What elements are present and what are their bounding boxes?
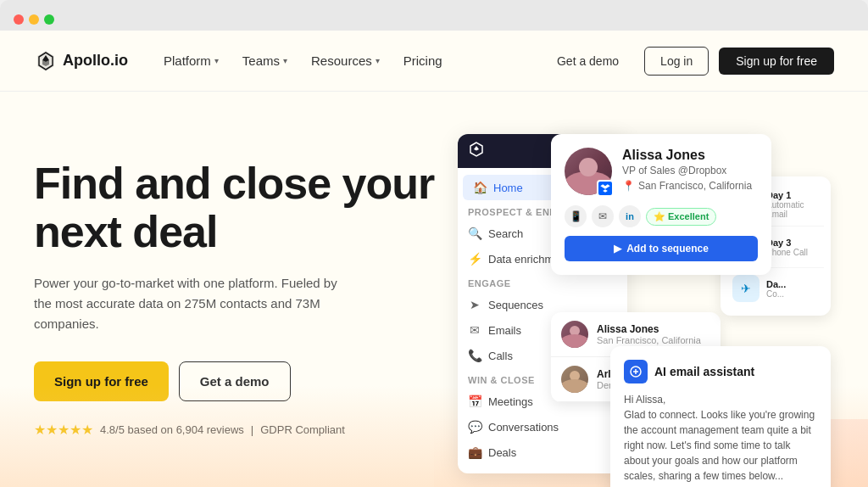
- get-demo-button[interactable]: Get a demo: [542, 48, 634, 75]
- logo-text: Apollo.io: [63, 52, 128, 70]
- rating-score: 4.8/5 based on 6,904 reviews: [100, 423, 244, 436]
- rating-divider: |: [251, 423, 253, 436]
- hero-section: Find and close your next deal Power your…: [0, 92, 868, 487]
- ai-panel-title: AI email assistant: [654, 365, 754, 378]
- profile-location: 📍 San Francisco, California: [622, 180, 752, 192]
- sidebar-emails-label: Emails: [488, 324, 521, 337]
- seq-day-2: Da...: [766, 279, 786, 289]
- apollo-logo-icon: [34, 49, 58, 73]
- hero-signup-button[interactable]: Sign up for free: [34, 361, 169, 401]
- dropbox-badge: [597, 180, 614, 197]
- enrichment-icon: ⚡: [468, 252, 481, 266]
- hero-rating: ★★★★★ 4.8/5 based on 6,904 reviews | GDP…: [34, 422, 441, 438]
- sequence-arrow-icon: ▶: [614, 243, 621, 255]
- quality-badge: ⭐ Excellent: [646, 208, 716, 226]
- browser-close-dot[interactable]: [14, 14, 24, 25]
- sidebar-search-label: Search: [488, 227, 523, 240]
- seq-type-2: Co...: [766, 289, 786, 299]
- rating-stars: ★★★★★: [34, 422, 93, 438]
- profile-top: Alissa Jones VP of Sales @Dropbox 📍 San …: [565, 148, 758, 195]
- sidebar-conversations-label: Conversations: [488, 421, 559, 434]
- nav-platform[interactable]: Platform ▾: [155, 48, 227, 73]
- star-icon: ⭐: [654, 211, 665, 222]
- nav-resources[interactable]: Resources ▾: [303, 48, 388, 73]
- hero-title: Find and close your next deal: [34, 160, 441, 256]
- app-logo-small: [468, 141, 485, 161]
- sidebar-item-deals[interactable]: 💼 Deals: [458, 439, 627, 465]
- deals-icon: 💼: [468, 445, 481, 459]
- browser-maximize-dot[interactable]: [44, 14, 54, 25]
- nav-teams[interactable]: Teams ▾: [234, 48, 296, 73]
- location-pin-icon: 📍: [622, 180, 635, 192]
- page: Apollo.io Platform ▾ Teams ▾ Resources ▾…: [0, 31, 868, 487]
- seq-type-1: Phone Call: [766, 248, 808, 257]
- login-button[interactable]: Log in: [644, 47, 709, 76]
- hero-right: ⊞ 🏠 Home Prospect & enrich 🔍 Search ⚡: [441, 143, 834, 487]
- ai-body-text: Glad to connect. Looks like you're growi…: [624, 409, 815, 482]
- signup-button[interactable]: Sign up for free: [719, 48, 834, 75]
- sidebar-item-conversations[interactable]: 💬 Conversations: [458, 414, 627, 439]
- seq-info-2: Da... Co...: [766, 279, 786, 299]
- nav-pricing[interactable]: Pricing: [395, 48, 451, 73]
- sidebar-section-tools: Tools & workflows: [458, 465, 627, 473]
- person-avatar-1: [561, 366, 588, 393]
- navbar: Apollo.io Platform ▾ Teams ▾ Resources ▾…: [0, 31, 868, 92]
- add-to-sequence-button[interactable]: ▶ Add to sequence: [565, 236, 758, 261]
- calls-icon: 📞: [468, 349, 481, 362]
- sidebar-home-label: Home: [493, 182, 523, 194]
- home-icon: 🏠: [473, 181, 487, 194]
- person-info-0: Alissa Jones San Francisco, California: [597, 323, 701, 345]
- person-name-0: Alissa Jones: [597, 323, 701, 335]
- logo[interactable]: Apollo.io: [34, 49, 128, 73]
- conversations-icon: 💬: [468, 420, 481, 434]
- profile-role: VP of Sales @Dropbox: [622, 165, 752, 176]
- meetings-icon: 📅: [468, 395, 481, 408]
- sidebar-deals-label: Deals: [488, 446, 516, 459]
- ai-greeting: Hi Alissa,: [624, 394, 665, 406]
- ai-panel-header: AI email assistant: [624, 360, 817, 383]
- person-avatar-0: [561, 321, 588, 348]
- hero-ctas: Sign up for free Get a demo: [34, 361, 441, 401]
- platform-chevron-icon: ▾: [214, 56, 219, 65]
- linkedin-badge[interactable]: in: [619, 205, 641, 227]
- seq-info-0: Day 1 Automatic Email: [766, 190, 819, 219]
- sidebar-sequences-label: Sequences: [488, 299, 543, 311]
- hero-left: Find and close your next deal Power your…: [34, 143, 441, 438]
- ai-email-panel: AI email assistant Hi Alissa, Glad to co…: [610, 346, 831, 487]
- seq-day-0: Day 1: [766, 190, 819, 200]
- search-icon: 🔍: [468, 227, 481, 240]
- profile-name: Alissa Jones: [622, 148, 752, 163]
- profile-card: Alissa Jones VP of Sales @Dropbox 📍 San …: [551, 134, 771, 275]
- nav-right: Get a demo Log in Sign up for free: [542, 47, 834, 76]
- seq-day-1: Day 3: [766, 238, 808, 248]
- hero-demo-button[interactable]: Get a demo: [179, 361, 291, 401]
- sidebar-meetings-label: Meetings: [488, 395, 533, 408]
- resources-chevron-icon: ▾: [376, 56, 380, 65]
- ai-icon: [624, 360, 648, 383]
- ai-panel-body: Hi Alissa, Glad to connect. Looks like y…: [624, 392, 817, 484]
- browser-minimize-dot[interactable]: [29, 14, 39, 25]
- phone-badge[interactable]: 📱: [565, 205, 587, 227]
- teams-chevron-icon: ▾: [283, 56, 287, 65]
- emails-icon: ✉: [468, 323, 481, 337]
- person-location-0: San Francisco, California: [597, 335, 701, 345]
- seq-info-1: Day 3 Phone Call: [766, 238, 808, 257]
- hero-subtitle: Power your go-to-market with one platfor…: [34, 273, 356, 334]
- seq-type-0: Automatic Email: [766, 200, 819, 219]
- nav-left: Apollo.io Platform ▾ Teams ▾ Resources ▾…: [34, 48, 451, 73]
- profile-info: Alissa Jones VP of Sales @Dropbox 📍 San …: [622, 148, 752, 195]
- email-badge[interactable]: ✉: [592, 205, 614, 227]
- browser-chrome: [0, 0, 868, 31]
- sequences-icon: ➤: [468, 298, 481, 311]
- profile-badges: 📱 ✉ in ⭐ Excellent: [565, 205, 758, 227]
- message-seq-icon: ✈: [732, 275, 760, 302]
- rating-compliance: GDPR Compliant: [260, 423, 345, 436]
- sidebar-calls-label: Calls: [488, 350, 513, 362]
- nav-links: Platform ▾ Teams ▾ Resources ▾ Pricing: [155, 48, 451, 73]
